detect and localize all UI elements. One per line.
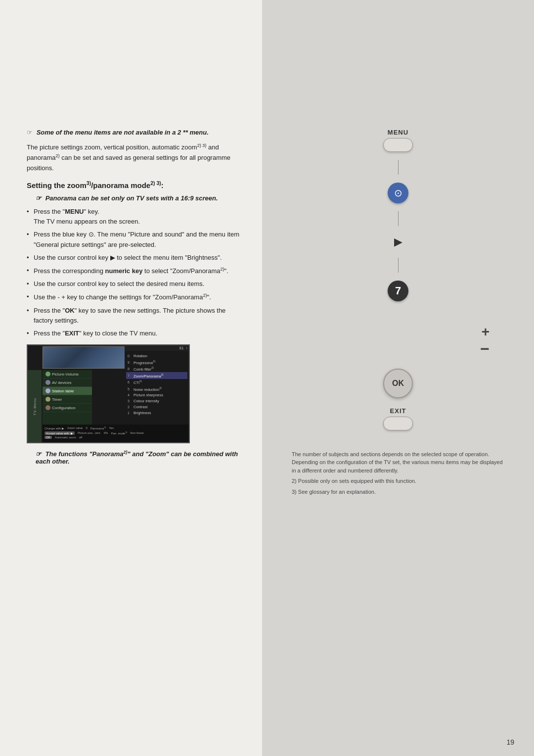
exit-button[interactable]: [383, 417, 413, 430]
page-container: 11. General Picture Settings Opening the…: [0, 0, 534, 756]
tv-menu-item-label: Configuration: [52, 406, 76, 410]
list-item: Press the "EXIT" key to close the TV men…: [27, 329, 244, 338]
exit-key-label: EXIT: [390, 407, 406, 415]
tv-bottom-bar: Change with ▶ Zoom value 0 Panorama2) Ye…: [43, 425, 189, 442]
tv-right-item: 6CTI1): [126, 379, 187, 386]
separator-2: [398, 211, 399, 226]
colon: :: [161, 181, 164, 189]
tv-menu-vertical-label: TV-Menu: [33, 398, 37, 415]
bullet-list: Press the "MENU" key. The TV menu appear…: [27, 207, 244, 338]
note3: ☞ The functions "Panorama2)" and "Zoom" …: [27, 449, 244, 465]
change-label: Change with ▶: [44, 426, 64, 430]
list-item: Press the "OK" key to save the new setti…: [27, 306, 244, 326]
separator-1: [398, 160, 399, 175]
zoom-value: 0: [86, 426, 87, 429]
panorama-value: Yes: [109, 426, 114, 429]
tv-menu-item-label: Timer: [52, 397, 62, 402]
tv-bottom-row-3: OK Automatic zoom off: [44, 436, 187, 439]
tv-bottom-row-2: Accept value with: ▶ Picture pos., vert.…: [44, 431, 187, 435]
keys-column: MENU ⊙ ▶ 7: [262, 129, 534, 440]
book-icon-2: ☞: [36, 194, 42, 202]
plus-minus-area: + −: [262, 324, 534, 356]
picture-pos-label: Picture pos., vert.: [78, 431, 101, 434]
note1-text: Some of the menu items are not available…: [37, 129, 209, 136]
tv-menu-icon: [45, 380, 50, 385]
number-key-row: 7: [388, 281, 408, 301]
sub-heading-text: Setting the zoom: [27, 181, 87, 189]
separator-3: [398, 258, 399, 273]
menu-key-area: MENU: [383, 129, 413, 152]
ok-button[interactable]: OK: [383, 369, 413, 398]
tv-right-items-list: 0Rotation 9Progressive2) 8Comb filter2) …: [125, 351, 189, 418]
tv-menu-icon: [45, 388, 50, 393]
blue-circle-key[interactable]: ⊙: [388, 183, 408, 203]
body-paragraph-1: The picture settings zoom, vertical posi…: [27, 142, 244, 173]
plus-key[interactable]: +: [482, 324, 490, 340]
tv-menu-screenshot: ★ ★ ★ TV-Menu Picture-Volume AV devices …: [27, 344, 190, 443]
tv-right-item: 1Brightness: [126, 410, 187, 416]
menu-button[interactable]: [383, 138, 413, 152]
tv-arrow-label: ↑: [186, 346, 188, 350]
footer-note-3: 3) See glossary for an explanation.: [292, 488, 504, 496]
note3-text: The functions "Panorama2)" and "Zoom" ca…: [36, 450, 238, 465]
list-item: Use the cursor control key to select the…: [27, 279, 244, 289]
footer-note-1: The number of subjects and sections depe…: [292, 450, 504, 475]
accept-label: Accept value with: ▶: [44, 431, 75, 435]
menu-key-label: MENU: [65, 208, 84, 215]
number-7-key[interactable]: 7: [388, 281, 408, 301]
tv-right-item: 4Picture sharpness: [126, 392, 187, 398]
footer-notes: The number of subjects and sections depe…: [262, 440, 534, 499]
tv-right-item: 0Rotation: [126, 353, 187, 359]
bullet1-sub: The TV menu appears on the screen.: [34, 218, 140, 225]
exit-key-area: EXIT: [383, 407, 413, 430]
blue-key-icon: ⊙: [394, 187, 402, 199]
sup2: 2): [56, 153, 60, 158]
pan-mode-value: Non-linear: [130, 431, 144, 434]
tv-right-item: 5Noise reduction2): [126, 385, 187, 392]
panorama-label: Panorama2): [90, 426, 106, 430]
list-item: Use the - + key to change the settings f…: [27, 292, 244, 302]
list-item: Use the cursor control key ▶ to select t…: [27, 253, 244, 263]
tv-menu-item-label: Picture-Volume: [52, 372, 79, 377]
note2: ☞ Panorama can be set only on TV sets wi…: [27, 194, 244, 202]
sup1: 2) 3): [197, 143, 207, 148]
tv-menu-item: Timer: [43, 395, 92, 404]
minus-key[interactable]: −: [480, 343, 490, 356]
tv-menu-icon: [45, 372, 50, 377]
sub-heading: Setting the zoom3)/panorama mode2) 3):: [27, 180, 244, 189]
note1: ☞ Some of the menu items are not availab…: [27, 129, 244, 136]
right-column: MENU ⊙ ▶ 7: [262, 0, 534, 756]
page-number: 19: [506, 738, 514, 746]
zoom-value-label: Zoom value: [67, 426, 83, 429]
tv-menu-side-panel: TV-Menu: [28, 370, 42, 442]
tv-menu-icon: [45, 405, 50, 410]
tv-menu-icon: [45, 397, 50, 402]
ok-exit-area: OK EXIT: [383, 369, 413, 430]
arrow-right-key[interactable]: ▶: [390, 234, 406, 250]
sub-heading-sup2: 2) 3): [150, 180, 161, 186]
footer-note-2: 2) Possible only on sets equipped with t…: [292, 477, 504, 485]
book-icon-1: ☞: [27, 129, 33, 136]
tv-thumbnail-image: [43, 347, 126, 368]
list-item: Press the blue key ⊙. The menu "Picture …: [27, 230, 244, 249]
exit-key-label: EXIT: [65, 330, 79, 337]
tv-right-item: 3Colour intensity: [126, 398, 187, 404]
sub-heading-rest: /panorama mode: [91, 181, 150, 189]
arrow-right-icon: ▶: [394, 236, 402, 248]
tv-right-item: 8Comb filter2): [126, 366, 187, 373]
tv-menu-item-station-table: Station table: [52, 389, 74, 393]
pan-mode-label: Pan. mode2): [111, 431, 127, 435]
book-icon-3: ☞: [36, 450, 42, 458]
blue-key-row: ⊙: [388, 183, 408, 203]
arrow-key-row: ▶: [390, 234, 406, 250]
auto-zoom-label: Automatic zoom: [55, 436, 76, 439]
tv-menu-item-label: AV devices: [52, 380, 71, 385]
tv-right-item: 2Contrast: [126, 404, 187, 410]
list-item: Press the corresponding numeric key to s…: [27, 266, 244, 276]
tv-right-item: 9Progressive2): [126, 359, 187, 366]
tv-right-item-highlighted: 7Zoom/Panorama2): [126, 372, 187, 379]
tv-e1-label: E1: [179, 346, 184, 350]
tv-screen-thumbnail: [43, 346, 127, 369]
body1-text: The picture settings zoom, vertical posi…: [27, 143, 197, 151]
note2-text: Panorama can be set only on TV sets with…: [45, 194, 218, 202]
